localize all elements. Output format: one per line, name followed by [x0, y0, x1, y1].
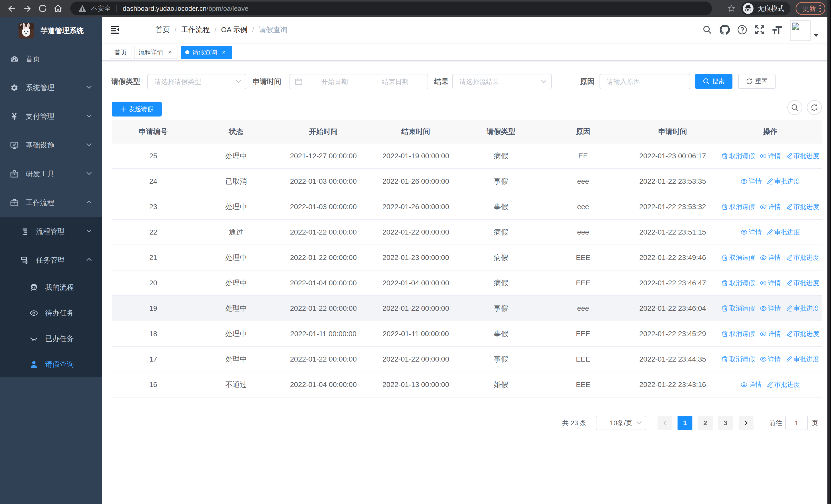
action-cancel-link[interactable]: 取消请假: [721, 304, 755, 313]
action-detail-link[interactable]: 详情: [740, 177, 762, 185]
pagination-goto-input[interactable]: 1: [785, 416, 808, 430]
refresh-icon: [811, 104, 818, 111]
reason-input[interactable]: 请输入原因: [600, 74, 690, 89]
reset-button[interactable]: 重置: [738, 74, 776, 89]
tab-home[interactable]: 首页: [110, 46, 132, 59]
action-progress-link[interactable]: 审批进度: [785, 203, 819, 211]
action-progress-link[interactable]: 审批进度: [785, 152, 819, 160]
sidebar-item-system[interactable]: 系统管理: [0, 73, 102, 102]
page-size-select[interactable]: 10条/页: [596, 416, 646, 430]
sidebar-item-my-process[interactable]: 我的流程: [0, 274, 102, 300]
action-cancel-link[interactable]: 取消请假: [721, 355, 755, 363]
user-menu-caret[interactable]: [810, 17, 822, 42]
action-detail-link[interactable]: 详情: [740, 228, 762, 236]
pagination-prev-button[interactable]: [658, 416, 672, 430]
action-label: 审批进度: [794, 279, 819, 287]
action-cancel-link[interactable]: 取消请假: [721, 203, 755, 211]
sidebar-item-leave-query[interactable]: 请假查询: [0, 352, 102, 377]
header-help-button[interactable]: [734, 17, 751, 42]
action-progress-link[interactable]: 审批进度: [785, 355, 819, 363]
browser-update-button[interactable]: 更新: [796, 2, 825, 15]
header-github-button[interactable]: [716, 17, 734, 42]
breadcrumb-oa[interactable]: OA 示例: [221, 25, 248, 35]
header-search-button[interactable]: [698, 17, 716, 42]
action-progress-link[interactable]: 审批进度: [766, 228, 800, 236]
flow-icon: [21, 256, 29, 264]
action-cancel-link[interactable]: 取消请假: [721, 329, 755, 338]
sidebar-item-infra[interactable]: 基础设施: [0, 131, 102, 159]
pagination-page-2[interactable]: 2: [698, 416, 713, 430]
action-detail-link[interactable]: 详情: [760, 304, 781, 313]
header-fontsize-button[interactable]: [768, 17, 786, 42]
action-progress-link[interactable]: 审批进度: [785, 253, 819, 262]
sidebar-item-home[interactable]: 首页: [0, 45, 102, 73]
tab-close-icon[interactable]: ×: [166, 46, 173, 59]
browser-forward-button[interactable]: [20, 1, 35, 16]
trash-icon: [721, 153, 728, 159]
sidebar-item-devtools[interactable]: 研发工具: [0, 159, 102, 188]
apply-time-range-input[interactable]: 开始日期 - 结束日期: [289, 74, 428, 89]
table-search-toggle-button[interactable]: [787, 100, 802, 115]
sidebar-logo[interactable]: 芋道管理系统: [0, 17, 102, 45]
result-select[interactable]: 请选择流结果: [452, 74, 552, 89]
pagination-page-3[interactable]: 3: [718, 416, 733, 430]
tab-close-icon[interactable]: ×: [220, 46, 227, 59]
cell-status: 处理中: [195, 143, 278, 169]
tab-process-detail[interactable]: 流程详情 ×: [134, 46, 178, 59]
date-start-placeholder[interactable]: 开始日期: [308, 77, 362, 86]
action-cancel-link[interactable]: 取消请假: [721, 279, 755, 287]
browser-reload-button[interactable]: [35, 1, 50, 16]
action-detail-link[interactable]: 详情: [760, 355, 781, 363]
sidebar-item-payment[interactable]: 支付管理: [0, 102, 102, 131]
browser-home-button[interactable]: [50, 1, 66, 16]
table-refresh-button[interactable]: [807, 100, 822, 115]
bookmark-star-button[interactable]: [725, 2, 738, 15]
cell-start: 2022-01-04 00:00:00: [278, 270, 369, 296]
apply-time-label: 申请时间: [252, 74, 281, 89]
breadcrumb-home[interactable]: 首页: [155, 25, 170, 35]
date-end-placeholder[interactable]: 结束日期: [368, 77, 423, 86]
avatar[interactable]: [790, 21, 810, 41]
action-progress-link[interactable]: 审批进度: [766, 177, 800, 185]
action-progress-link[interactable]: 审批进度: [785, 279, 819, 287]
star-icon: [727, 4, 736, 13]
browser-menu-icon[interactable]: [820, 5, 821, 12]
action-progress-link[interactable]: 审批进度: [785, 304, 819, 313]
pagination-page-1[interactable]: 1: [678, 416, 692, 430]
reason-placeholder: 请输入原因: [607, 77, 640, 86]
leave-table: 申请编号状态开始时间结束时间请假类型原因申请时间操作 25处理中2021-12-…: [112, 120, 822, 397]
header-fullscreen-button[interactable]: [751, 17, 768, 42]
action-cancel-link[interactable]: 取消请假: [721, 152, 755, 160]
create-leave-button[interactable]: 发起请假: [112, 101, 162, 117]
address-bar[interactable]: 不安全 dashboard.yudao.iocoder.cn/bpm/oa/le…: [70, 2, 712, 16]
tab-leave-query[interactable]: 请假查询 ×: [181, 46, 232, 59]
sidebar-item-workflow[interactable]: 工作流程: [0, 188, 102, 217]
action-label: 详情: [749, 380, 762, 389]
action-progress-link[interactable]: 审批进度: [785, 329, 819, 338]
action-detail-link[interactable]: 详情: [760, 203, 781, 211]
search-button[interactable]: 搜索: [695, 74, 733, 89]
action-detail-link[interactable]: 详情: [760, 152, 781, 160]
cell-reason: eee: [540, 219, 627, 245]
sidebar-item-todo-tasks[interactable]: 待办任务: [0, 300, 102, 326]
action-detail-link[interactable]: 详情: [740, 380, 762, 389]
cell-reason: EEE: [540, 347, 627, 372]
leave-type-select[interactable]: 请选择请假类型: [147, 74, 247, 89]
cell-type: 事假: [462, 321, 540, 347]
sidebar-item-process-mgmt[interactable]: 流程管理: [0, 217, 102, 246]
url-text[interactable]: dashboard.yudao.iocoder.cn/bpm/oa/leave: [123, 5, 249, 12]
action-detail-link[interactable]: 详情: [760, 329, 781, 338]
action-progress-link[interactable]: 审批进度: [766, 380, 800, 389]
action-cancel-link[interactable]: 取消请假: [721, 253, 755, 262]
pagination-next-button[interactable]: [739, 416, 753, 430]
action-detail-link[interactable]: 详情: [760, 279, 781, 287]
sidebar-item-done-tasks[interactable]: 已办任务: [0, 326, 102, 352]
sidebar-toggle-button[interactable]: [102, 17, 127, 42]
security-label[interactable]: 不安全: [91, 4, 111, 13]
action-detail-link[interactable]: 详情: [760, 253, 781, 262]
breadcrumb-workflow[interactable]: 工作流程: [181, 25, 210, 35]
sidebar-item-label: 已办任务: [45, 334, 74, 344]
sidebar-item-task-mgmt[interactable]: 任务管理: [0, 246, 102, 274]
browser-back-button[interactable]: [4, 1, 20, 16]
cell-type: 病假: [462, 270, 540, 296]
